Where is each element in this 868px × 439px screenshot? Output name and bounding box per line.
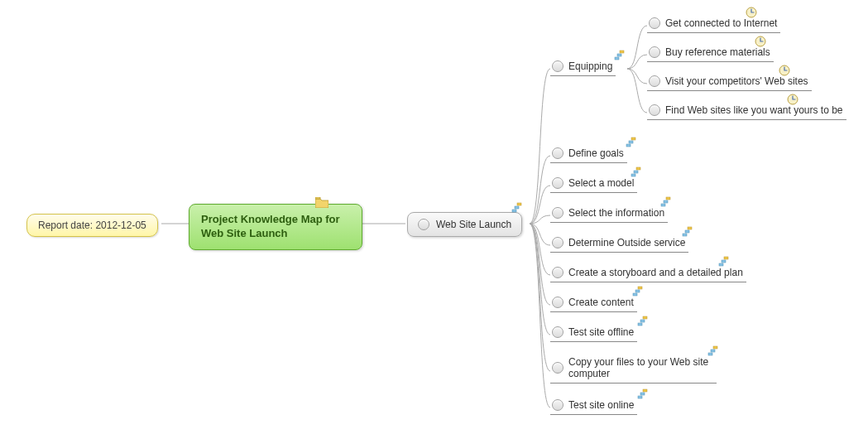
svg-rect-0 xyxy=(517,203,521,205)
bullet-icon xyxy=(649,104,660,116)
svg-rect-17 xyxy=(664,200,668,203)
bullet-icon xyxy=(552,326,563,338)
svg-rect-24 xyxy=(719,263,723,266)
bullet-icon xyxy=(552,399,563,411)
bullet-icon xyxy=(552,207,563,219)
bullet-icon xyxy=(552,177,563,189)
node-label: Equipping xyxy=(568,60,612,72)
svg-rect-33 xyxy=(708,353,712,355)
svg-rect-23 xyxy=(722,260,726,263)
task-steps-icon xyxy=(631,166,642,178)
node-label: Create content xyxy=(568,297,634,308)
task-steps-icon xyxy=(718,256,730,268)
svg-rect-2 xyxy=(512,210,516,212)
node-equipping-child[interactable]: Buy reference materials xyxy=(647,45,774,62)
svg-rect-25 xyxy=(638,287,642,289)
node-label: Create a storyboard and a detailed plan xyxy=(568,267,743,278)
clock-icon xyxy=(787,94,798,105)
task-steps-icon xyxy=(660,196,672,208)
bullet-icon xyxy=(552,362,563,374)
bullet-icon xyxy=(552,237,563,248)
task-steps-icon xyxy=(637,316,649,327)
svg-rect-22 xyxy=(724,257,728,259)
task-steps-icon xyxy=(632,286,644,297)
clock-icon xyxy=(755,36,766,47)
task-steps-icon xyxy=(637,388,649,400)
node-task[interactable]: Determine Outside service xyxy=(550,235,688,253)
svg-rect-3 xyxy=(620,51,624,53)
node-equipping-child[interactable]: Find Web sites like you want yours to be xyxy=(647,103,846,120)
node-equipping-child[interactable]: Get connected to Internet xyxy=(647,16,780,33)
node-equipping[interactable]: Equipping xyxy=(550,59,616,76)
svg-rect-16 xyxy=(666,197,670,200)
svg-rect-11 xyxy=(629,141,633,143)
root-node[interactable]: Project Knowledge Map for Web Site Launc… xyxy=(189,204,362,250)
node-task[interactable]: Select the information xyxy=(550,205,668,223)
clock-icon xyxy=(746,7,757,18)
node-task[interactable]: Copy your files to your Web site compute… xyxy=(550,355,717,384)
node-task[interactable]: Test site offline xyxy=(550,325,637,342)
svg-rect-29 xyxy=(640,320,645,322)
node-task[interactable]: Create content xyxy=(550,295,637,312)
svg-rect-34 xyxy=(643,389,647,392)
node-label: Get connected to Internet xyxy=(665,17,777,29)
report-date-note: Report date: 2012-12-05 xyxy=(26,214,158,237)
svg-rect-1 xyxy=(515,206,519,209)
task-steps-icon xyxy=(707,345,719,357)
node-label: Test site online xyxy=(568,399,634,411)
node-label: Test site offline xyxy=(568,326,634,338)
bullet-icon xyxy=(552,147,563,159)
task-steps-icon xyxy=(626,137,637,148)
bullet-icon xyxy=(552,60,563,72)
svg-rect-32 xyxy=(711,350,715,352)
task-steps-icon xyxy=(511,202,523,214)
svg-rect-4 xyxy=(617,54,621,56)
node-label: Copy your files to your Web site compute… xyxy=(568,356,713,379)
svg-rect-20 xyxy=(685,230,689,233)
svg-rect-30 xyxy=(638,323,642,326)
node-label: Select a model xyxy=(568,177,634,189)
bullet-icon xyxy=(649,46,660,58)
node-task[interactable]: Create a storyboard and a detailed plan xyxy=(550,265,746,282)
bullet-icon xyxy=(552,297,563,308)
svg-rect-36 xyxy=(638,396,642,398)
task-steps-icon xyxy=(682,226,693,238)
bullet-icon xyxy=(649,75,660,87)
bullet-icon xyxy=(649,17,660,29)
node-label: Buy reference materials xyxy=(665,46,770,58)
node-label: Select the information xyxy=(568,207,664,219)
svg-rect-10 xyxy=(631,137,635,140)
node-task[interactable]: Select a model xyxy=(550,176,637,193)
svg-rect-15 xyxy=(631,174,635,176)
clock-icon xyxy=(779,65,790,76)
svg-rect-26 xyxy=(635,290,640,292)
svg-rect-19 xyxy=(688,227,692,229)
node-equipping-child[interactable]: Visit your competitors' Web sites xyxy=(647,74,812,91)
central-label: Web Site Launch xyxy=(436,219,511,230)
bullet-icon xyxy=(552,267,563,278)
svg-rect-13 xyxy=(636,167,640,170)
task-steps-icon xyxy=(614,50,626,61)
svg-rect-21 xyxy=(683,234,687,236)
node-task[interactable]: Define goals xyxy=(550,146,627,163)
bullet-icon xyxy=(418,219,429,230)
node-label: Find Web sites like you want yours to be xyxy=(665,104,843,116)
folder-icon xyxy=(315,197,328,208)
node-label: Determine Outside service xyxy=(568,237,685,248)
central-node[interactable]: Web Site Launch xyxy=(407,212,522,237)
svg-rect-27 xyxy=(633,293,637,296)
svg-rect-35 xyxy=(640,393,645,395)
svg-rect-12 xyxy=(626,144,631,147)
svg-rect-14 xyxy=(634,171,638,173)
svg-rect-28 xyxy=(643,316,647,319)
svg-rect-5 xyxy=(615,57,619,60)
svg-rect-31 xyxy=(713,346,717,349)
node-task[interactable]: Test site online xyxy=(550,398,637,415)
svg-rect-18 xyxy=(661,204,665,206)
node-label: Visit your competitors' Web sites xyxy=(665,75,808,87)
node-label: Define goals xyxy=(568,147,624,159)
